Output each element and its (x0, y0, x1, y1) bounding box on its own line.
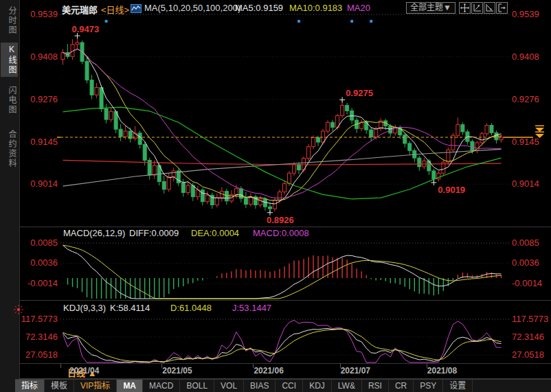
sidebar-item-lightning-chart[interactable]: 闪电图 (1, 81, 18, 119)
toolbar-item-ma[interactable]: MA (117, 380, 143, 392)
axis-label: 27.0518 (512, 349, 544, 360)
axis-label: 0.9408 (19, 51, 58, 62)
date-label: 2021/07 (341, 366, 370, 376)
axis-label: 0.9539 (19, 9, 58, 19)
left-sidebar: 分时图 K线图 闪电图 合约资料 (0, 0, 20, 392)
month-tick (60, 364, 61, 368)
price-annotation: 0.8926 (267, 215, 294, 225)
toolbar-item-boll[interactable]: BOLL (180, 380, 214, 392)
toolbar-item-macd[interactable]: MACD (143, 380, 180, 392)
toolbar-item-vip-indicators[interactable]: VIP指标 (74, 380, 117, 392)
date-label: 2021/08 (427, 366, 457, 376)
macd-diff-value: DIFF:0.0009 (129, 228, 179, 238)
chart-type-icon[interactable] (131, 3, 142, 16)
bottom-toolbar: 指标模板VIP指标MAMACDBOLLVOLBIASCCIKDJLW&RSICR… (15, 379, 551, 392)
chart-canvas[interactable] (0, 0, 551, 392)
axis-label: 72.3146 (19, 332, 58, 342)
toolbar-item-lwr[interactable]: LW& (332, 380, 362, 392)
ma20-value: MA20 (347, 3, 370, 13)
kdj-panel-title[interactable]: KDJ(9,3,3) (63, 303, 106, 313)
axis-label: 0.9014 (19, 178, 58, 189)
toolbar-item-cci[interactable]: CCI (276, 380, 303, 392)
macd-panel-title[interactable]: MACD(26,12,9) (63, 228, 125, 238)
macd-value: MACD:0.0008 (253, 228, 309, 238)
axis-label: 0.9408 (512, 51, 539, 62)
price-annotation: 0.9473 (72, 24, 100, 34)
axis-label: 0.9276 (512, 94, 539, 104)
sidebar-item-kline-chart[interactable]: K线图 (1, 43, 18, 77)
date-label: 2021/06 (254, 366, 283, 376)
period-tag[interactable]: <日线> (101, 3, 129, 16)
axis-label: 0.0085 (512, 238, 539, 248)
toolbar-item-psy[interactable]: PSY (414, 380, 443, 392)
axis-label: 0.9539 (512, 9, 539, 19)
axis-label: 27.0518 (19, 349, 58, 360)
toolbar-item-cr[interactable]: CR (389, 380, 414, 392)
ma-settings-label: MA(5,10,20,50,100,200) (144, 3, 240, 13)
toolbar-item-kdj[interactable]: KDJ (303, 380, 332, 392)
toolbar-item-rsi[interactable]: RSI (362, 380, 389, 392)
macd-dea-value: DEA:0.0004 (191, 228, 239, 238)
axis-label: 117.5773 (512, 314, 548, 324)
toolbar-item-vol[interactable]: VOL (214, 380, 244, 392)
ma5-value: MA5:0.9159 (235, 3, 283, 13)
panel-divider (19, 363, 551, 364)
theme-dropdown-button[interactable]: 全部主题▼ (406, 2, 456, 14)
date-label: 2021/04 (69, 366, 99, 376)
axis-label: 0.9145 (512, 137, 539, 147)
price-annotation: 0.9275 (346, 88, 373, 98)
sidebar-item-contract-info[interactable]: 合约资料 (1, 124, 18, 174)
axis-label: 0.9014 (512, 178, 539, 189)
axis-label: -0.0014 (19, 278, 58, 288)
axis-label: -0.0014 (512, 278, 542, 288)
axis-label: 72.3146 (512, 332, 544, 342)
kdj-d-value: D:61.0448 (170, 303, 212, 313)
toolbar-item-bias[interactable]: BIAS (244, 380, 276, 392)
axis-label: 117.5773 (19, 314, 58, 324)
toolbar-item-templates[interactable]: 模板 (45, 380, 74, 392)
panel-divider (19, 227, 551, 227)
scale-axis-right-icon[interactable] (484, 2, 495, 14)
toolbar-item-settings[interactable]: 设置 (443, 380, 473, 392)
kdj-k-value: K:58.4114 (110, 303, 150, 313)
panel-divider (19, 300, 551, 301)
date-label: 2021/05 (162, 366, 192, 376)
axis-label: 0.0085 (19, 238, 58, 248)
trading-app-window: { "top_bar": { "symbol": "美元瑞郎", "period… (0, 0, 551, 392)
price-annotation: 0.9019 (438, 185, 465, 195)
ma10-value: MA10:0.9183 (289, 3, 342, 13)
sidebar-item-time-chart[interactable]: 分时图 (1, 1, 18, 40)
axis-label: 0.9276 (19, 94, 58, 104)
axis-label: 0.9145 (19, 137, 58, 147)
symbol-title: 美元瑞郎 (62, 3, 98, 16)
toolbar-item-indicators[interactable]: 指标 (15, 380, 45, 392)
kdj-j-value: J:53.1447 (232, 303, 271, 313)
axis-label: 0.0036 (19, 257, 58, 268)
axis-label: 0.0036 (512, 257, 539, 268)
scale-axis-up-icon[interactable] (471, 2, 483, 14)
move-tool-icon[interactable] (459, 2, 471, 14)
exit-window-icon[interactable] (496, 2, 508, 14)
